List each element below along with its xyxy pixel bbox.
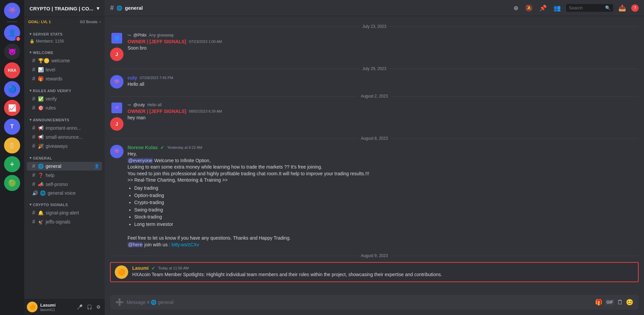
date-label-aug8: August 8, 2023: [361, 136, 388, 141]
channel-emoji-rules: 🎯: [38, 105, 44, 111]
reply-text: Any giveaway: [149, 33, 174, 38]
server-icon-add[interactable]: +: [4, 156, 20, 172]
server-icon-blue[interactable]: 🔵: [4, 81, 20, 97]
channel-item-verify[interactable]: # ✅ verify: [27, 94, 102, 103]
server-icon-trading[interactable]: 📈: [4, 100, 20, 116]
members-button[interactable]: 👥: [552, 3, 562, 13]
channel-name-important-anno: important-anno...: [46, 125, 81, 131]
channel-name-giveaways: giveaways: [46, 143, 67, 149]
hash-icon: #: [32, 219, 35, 225]
message-timestamp-3: 08/02/2023 6:39 AM: [189, 109, 222, 113]
highlighted-message-header: Lasumi ✔ Today at 11:56 AM: [132, 265, 634, 271]
verified-icon: ✔: [160, 145, 164, 150]
section-header-crypto-signals[interactable]: ▾ CRYPTO SIGNALS: [24, 201, 105, 208]
section-header-rules[interactable]: ▾ RULES AND VERIFY: [24, 87, 105, 94]
section-announcements: ▾ ANNOUNCEMENTS # 📢 important-anno... # …: [24, 116, 105, 150]
search-input[interactable]: [569, 5, 603, 10]
chevron-down-icon: ▾: [97, 5, 99, 11]
channel-name-verify: verify: [46, 96, 57, 102]
channel-item-small-announce[interactable]: # 📢 small-announce...: [27, 133, 102, 141]
channel-item-signal-ping[interactable]: # 🔔 signal-ping-alert: [27, 208, 102, 217]
chevron-right-icon: ›: [99, 20, 101, 24]
channel-header: # 🌐 general ⊕ 🔕 📌 👥 🔍 📥 ?: [105, 0, 644, 16]
bell-mute-button[interactable]: 🔕: [524, 3, 534, 13]
channel-header-icon: 🌐: [116, 5, 122, 11]
boost-progress-text: 0/2 Boosts: [80, 20, 97, 24]
channel-sidebar: CRYPTO | TRADING | CO... ▾ GOAL: LVL 1 0…: [24, 0, 105, 315]
pin-button[interactable]: 📌: [538, 3, 548, 13]
date-divider-july29: July 29, 2023: [105, 64, 644, 74]
server-icon-t[interactable]: T: [4, 119, 20, 135]
sticker-button[interactable]: 🗒: [617, 299, 623, 306]
section-header-general[interactable]: ▾ GENERAL: [24, 154, 105, 162]
search-bar[interactable]: 🔍: [566, 4, 613, 12]
gif-button[interactable]: GIF: [605, 299, 614, 305]
channel-item-rules[interactable]: # 🎯 rules: [27, 104, 102, 112]
gift-button[interactable]: 🎁: [595, 299, 602, 306]
channel-item-general-voice[interactable]: 🔊 🌐 general voice: [27, 189, 102, 197]
hash-icon: #: [32, 143, 35, 149]
add-hashtag-button[interactable]: ⊕: [512, 3, 520, 13]
date-label-july23: July 23, 2023: [362, 24, 386, 29]
channel-item-general[interactable]: # 🌐 general 👤: [27, 162, 102, 171]
settings-button[interactable]: ⚙: [95, 303, 102, 311]
channel-item-important-anno[interactable]: # 📢 important-anno...: [27, 124, 102, 132]
channel-header-hash: #: [110, 4, 114, 12]
emoji-button[interactable]: 😊: [626, 299, 633, 306]
highlighted-verified-icon: ✔: [151, 265, 155, 271]
boost-bar[interactable]: GOAL: LVL 1 0/2 Boosts ›: [24, 17, 105, 26]
hash-icon: #: [32, 58, 35, 64]
server-header[interactable]: CRYPTO | TRADING | CO... ▾: [24, 0, 105, 17]
message-avatar-4: 👾: [110, 145, 123, 158]
message-input-container: ➕ 🎁 GIF 🗒 😊: [110, 295, 639, 310]
list-item-crypto-trading: Crypto-trading: [134, 199, 639, 206]
channel-name-welcome: welcome: [51, 58, 70, 63]
highlighted-author: Lasumi: [132, 265, 149, 271]
section-header-server-stats[interactable]: ▾ SERVER STATS: [24, 30, 105, 38]
section-header-announcements[interactable]: ▾ ANNOUNCEMENTS: [24, 116, 105, 123]
server-icon-gold[interactable]: ₿: [4, 137, 20, 153]
message-header-3: OWNER | [JEFF SIGNALS] 08/02/2023 6:39 A…: [128, 109, 639, 114]
reply-line-3: [116, 114, 117, 117]
invite-link[interactable]: bitly.ws/zCXv: [171, 242, 199, 247]
server-icon-home[interactable]: 👾: [4, 3, 20, 19]
channel-item-self-promo[interactable]: # 📣 self-promo: [27, 180, 102, 189]
volume-icon: 🔊: [32, 190, 38, 196]
section-chevron-announcements: ▾: [30, 118, 32, 122]
channel-item-giveaways[interactable]: # 🎉 giveaways: [27, 142, 102, 150]
server-emoji-trading: 📈: [8, 104, 16, 112]
mute-button[interactable]: 🎤: [76, 303, 84, 311]
message-text-2: Hello all: [128, 81, 639, 88]
message-avatar-1: J: [110, 48, 123, 61]
message-header-1: OWNER | [JEFF SIGNALS] 07/23/2023 1:00 A…: [128, 39, 639, 44]
input-actions: 🎁 GIF 🗒 😊: [595, 299, 633, 306]
channel-item-jeffs-signals[interactable]: # 🦅 jeffs-signals: [27, 217, 102, 226]
inbox-button[interactable]: 📥: [617, 3, 627, 13]
main-content: # 🌐 general ⊕ 🔕 📌 👥 🔍 📥 ? July 23, 2023 …: [105, 0, 644, 315]
channel-item-help[interactable]: # ❓ help: [27, 171, 102, 180]
channel-name-general: general: [46, 164, 61, 169]
deafen-button[interactable]: 🎧: [85, 303, 94, 311]
message-input-field[interactable]: [127, 300, 592, 305]
list-item-option-trading: Option-trading: [134, 192, 639, 199]
user-name: Lasumi: [40, 303, 73, 308]
add-attachment-button[interactable]: ➕: [115, 298, 124, 306]
notification-badge: 2: [15, 36, 21, 42]
list-item-day-trading: Day trading: [134, 185, 639, 192]
channel-item-welcome[interactable]: # 🏆🪙 welcome: [27, 56, 102, 65]
help-button[interactable]: ?: [631, 4, 639, 12]
message-text-3: hey man: [128, 115, 639, 121]
hash-icon: #: [32, 163, 35, 169]
server-icon-user[interactable]: 👤 2: [4, 25, 20, 41]
section-chevron-crypto: ▾: [30, 202, 32, 207]
channel-item-rewards[interactable]: # 🎁 rewards: [27, 74, 102, 83]
server-icon-2[interactable]: 😈: [4, 44, 20, 60]
server-icon-green[interactable]: 🟢: [4, 175, 20, 191]
section-general: ▾ GENERAL # 🌐 general 👤 # ❓ help # 📣 sel…: [24, 154, 105, 197]
section-header-welcome[interactable]: ▾ WELCOME: [24, 49, 105, 56]
channel-item-level[interactable]: # 📊 level: [27, 65, 102, 74]
server-icon-hxa[interactable]: HXA: [4, 62, 20, 78]
list-item-long-term: Long term investor: [134, 221, 639, 228]
everyone-mention: @everyone: [128, 158, 153, 163]
server-emoji-blue: 🔵: [8, 85, 16, 93]
